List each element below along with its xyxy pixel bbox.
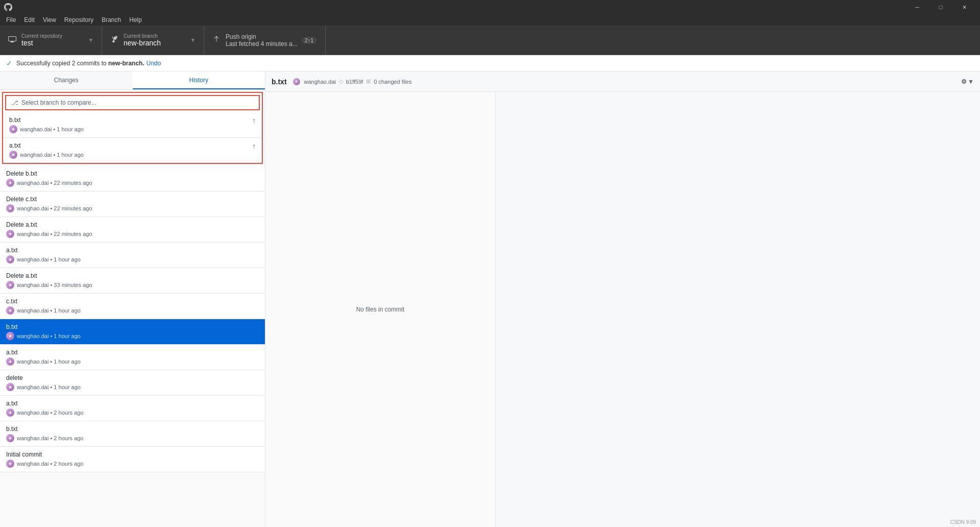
commit-meta: ★ wanghao.dai • 1 hour ago: [9, 151, 256, 159]
repo-name: test: [21, 39, 62, 47]
right-sidebar: [495, 92, 980, 527]
commit-meta: ★ wanghao.dai • 2 hours ago: [6, 434, 259, 442]
avatar: ★: [6, 281, 14, 289]
menu-help[interactable]: Help: [125, 15, 146, 25]
menu-edit[interactable]: Edit: [20, 15, 39, 25]
commit-author-time: wanghao.dai • 1 hour ago: [20, 126, 84, 132]
author-avatar: ★: [293, 78, 300, 85]
banner-message: Successfully copied 2 commits to new-bra…: [16, 60, 144, 67]
commit-title: Delete a.txt: [6, 221, 259, 228]
commit-item-selected[interactable]: b.txt ★ wanghao.dai • 1 hour ago: [0, 319, 265, 345]
avatar: ★: [6, 306, 14, 315]
menu-view[interactable]: View: [39, 15, 60, 25]
commit-author-time: wanghao.dai • 1 hour ago: [17, 333, 81, 339]
changed-files-count: 0 changed files: [374, 79, 411, 85]
commit-item[interactable]: b.txt ↑ ★ wanghao.dai • 1 hour ago: [3, 112, 262, 138]
commit-title: delete: [6, 374, 259, 381]
undo-link[interactable]: Undo: [146, 60, 161, 67]
commit-author-time: wanghao.dai • 1 hour ago: [17, 256, 81, 262]
commit-title: a.txt: [9, 142, 21, 149]
computer-icon: [8, 35, 16, 45]
branch-compare[interactable]: ⎇ Select branch to compare...: [5, 95, 260, 110]
commit-meta: ★ wanghao.dai • 22 minutes ago: [6, 204, 259, 212]
commit-meta: ★ wanghao.dai • 1 hour ago: [6, 383, 259, 391]
commit-title: Delete b.txt: [6, 170, 259, 177]
left-panel: Changes History ⎇ Select branch to compa…: [0, 71, 265, 527]
tab-changes[interactable]: Changes: [0, 71, 133, 89]
current-branch-section[interactable]: Current branch new-branch ▼: [102, 26, 204, 55]
avatar: ★: [6, 179, 14, 187]
main-content: Changes History ⎇ Select branch to compa…: [0, 71, 980, 527]
push-arrow-icon: ↑: [252, 116, 256, 125]
push-origin-section[interactable]: Push origin Last fetched 4 minutes a... …: [204, 26, 326, 55]
no-files-message: No files in commit: [356, 306, 405, 313]
commit-item[interactable]: a.txt ★ wanghao.dai • 1 hour ago: [0, 345, 265, 370]
commit-author-time: wanghao.dai • 2 hours ago: [17, 435, 83, 441]
avatar: ★: [6, 434, 14, 442]
commit-meta: ★ wanghao.dai • 1 hour ago: [6, 332, 259, 340]
close-button[interactable]: ✕: [952, 0, 976, 14]
commit-author-time: wanghao.dai • 22 minutes ago: [17, 205, 92, 211]
commit-item[interactable]: a.txt ↑ ★ wanghao.dai • 1 hour ago: [3, 138, 262, 163]
commit-item[interactable]: Delete a.txt ★ wanghao.dai • 22 minutes …: [0, 217, 265, 243]
check-icon: ✓: [6, 59, 12, 67]
commit-author-time: wanghao.dai • 22 minutes ago: [17, 180, 92, 186]
commit-item[interactable]: delete ★ wanghao.dai • 1 hour ago: [0, 370, 265, 396]
commit-item[interactable]: b.txt ★ wanghao.dai • 2 hours ago: [0, 421, 265, 447]
commit-author-time: wanghao.dai • 1 hour ago: [17, 307, 81, 314]
avatar: ★: [6, 409, 14, 417]
commit-title: b.txt: [9, 116, 21, 124]
commit-title: a.txt: [6, 349, 259, 356]
commit-title: c.txt: [6, 298, 259, 305]
commit-meta: ★ wanghao.dai • 1 hour ago: [6, 357, 259, 366]
titlebar: ─ □ ✕: [0, 0, 980, 14]
file-title: b.txt: [272, 78, 287, 86]
avatar: ★: [9, 151, 17, 159]
commit-author-time: wanghao.dai • 2 hours ago: [17, 410, 83, 416]
toolbar: Current repository test ▼ Current branch…: [0, 26, 980, 55]
right-main: No files in commit: [265, 92, 980, 527]
branch-compare-placeholder: Select branch to compare...: [21, 99, 96, 106]
commit-author-time: wanghao.dai • 2 hours ago: [17, 461, 83, 467]
commit-hash: b1ff59f: [346, 79, 363, 85]
watermark: CSDN 9:09: [950, 519, 976, 525]
menu-file[interactable]: File: [2, 15, 20, 25]
github-logo: [4, 3, 12, 11]
maximize-button[interactable]: □: [929, 0, 952, 14]
repo-info: Current repository test: [21, 33, 62, 47]
commit-title: a.txt: [6, 247, 259, 254]
push-sublabel: Last fetched 4 minutes a...: [226, 40, 298, 47]
commit-item[interactable]: Initial commit ★ wanghao.dai • 2 hours a…: [0, 447, 265, 472]
commit-item[interactable]: a.txt ★ wanghao.dai • 1 hour ago: [0, 243, 265, 268]
tabs: Changes History: [0, 71, 265, 90]
avatar: ★: [6, 332, 14, 340]
commit-item[interactable]: Delete b.txt ★ wanghao.dai • 22 minutes …: [0, 166, 265, 191]
commit-item[interactable]: Delete c.txt ★ wanghao.dai • 22 minutes …: [0, 191, 265, 217]
commit-title: Delete c.txt: [6, 196, 259, 203]
commit-item[interactable]: c.txt ★ wanghao.dai • 1 hour ago: [0, 294, 265, 319]
commit-author-time: wanghao.dai • 33 minutes ago: [17, 282, 92, 288]
repo-label: Current repository: [21, 33, 62, 39]
commit-meta: ★ wanghao.dai • 1 hour ago: [9, 125, 256, 133]
win-controls: ─ □ ✕: [905, 0, 976, 14]
red-box-section: ⎇ Select branch to compare... b.txt ↑ ★ …: [2, 92, 263, 164]
menu-branch[interactable]: Branch: [97, 15, 125, 25]
commit-list: Delete b.txt ★ wanghao.dai • 22 minutes …: [0, 166, 265, 527]
commit-item[interactable]: a.txt ★ wanghao.dai • 2 hours ago: [0, 396, 265, 421]
menu-repository[interactable]: Repository: [60, 15, 97, 25]
minimize-button[interactable]: ─: [905, 0, 929, 14]
tab-history[interactable]: History: [133, 71, 265, 89]
push-icon: [212, 35, 220, 45]
repo-arrow-icon: ▼: [88, 37, 93, 43]
gear-button[interactable]: ⚙ ▼: [961, 78, 974, 85]
gear-icon: ⚙: [961, 78, 967, 85]
commit-item[interactable]: Delete a.txt ★ wanghao.dai • 33 minutes …: [0, 268, 265, 294]
commit-author-time: wanghao.dai • 22 minutes ago: [17, 231, 92, 237]
push-label: Push origin: [226, 33, 298, 40]
current-repo-section[interactable]: Current repository test ▼: [0, 26, 102, 55]
push-badge: 2↑1: [302, 37, 317, 44]
commit-title: b.txt: [6, 425, 259, 433]
commit-author-time: wanghao.dai • 1 hour ago: [17, 384, 81, 390]
menubar: File Edit View Repository Branch Help: [0, 14, 980, 26]
commit-meta: ★ wanghao.dai • 2 hours ago: [6, 460, 259, 468]
